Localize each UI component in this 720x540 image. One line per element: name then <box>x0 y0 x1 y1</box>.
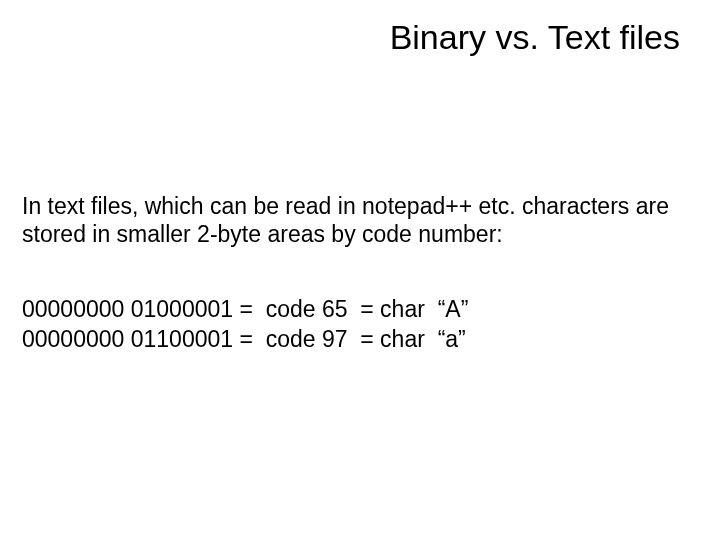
example-line: 00000000 01000001 = code 65 = char “A” <box>22 294 468 324</box>
slide-title: Binary vs. Text files <box>390 18 680 57</box>
body-paragraph: In text files, which can be read in note… <box>22 192 680 248</box>
example-line: 00000000 01100001 = code 97 = char “a” <box>22 324 468 354</box>
example-block: 00000000 01000001 = code 65 = char “A” 0… <box>22 294 468 355</box>
slide: Binary vs. Text files In text files, whi… <box>0 0 720 540</box>
